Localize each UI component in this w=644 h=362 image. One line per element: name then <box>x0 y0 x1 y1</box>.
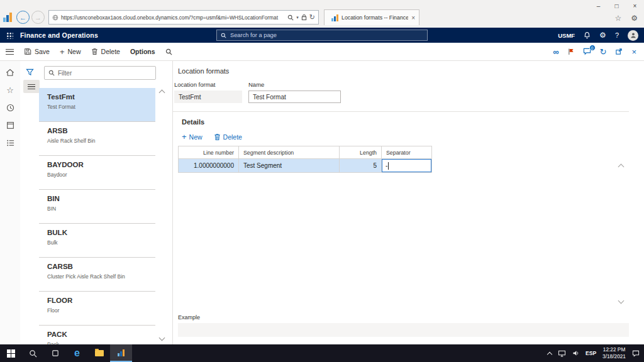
action-search-icon[interactable] <box>165 48 172 55</box>
details-new-button[interactable]: New <box>182 133 203 141</box>
topbar-right: USMF ? <box>558 28 638 43</box>
chevron-down-icon <box>618 298 625 304</box>
list-item-pack[interactable]: PACK Pack <box>39 326 155 344</box>
cell-line-number[interactable]: 1.0000000000 <box>178 159 239 173</box>
refresh-page-icon[interactable] <box>309 14 315 21</box>
task-view-button[interactable] <box>44 344 66 362</box>
system-tray: ESP 12:22 PM 3/18/2021 <box>548 344 644 362</box>
list-item-testfmt[interactable]: TestFmt Test Format <box>39 88 155 122</box>
address-bar[interactable]: https://usnconeboxax1aos.cloud.onebox.dy… <box>48 10 319 25</box>
page-search-input[interactable] <box>230 32 423 38</box>
list-scroll-up-button[interactable] <box>160 90 164 95</box>
date-text: 3/18/2021 <box>602 353 626 360</box>
favorites-icon[interactable] <box>6 86 14 94</box>
search-icon <box>29 349 37 358</box>
list-item-carsb[interactable]: CARSB Cluster Pick Aisle Rack Shelf Bin <box>39 258 155 292</box>
browser-chrome: – □ × ← → https://usnconeboxax1aos.cloud… <box>0 0 644 28</box>
dynamics-logo-icon <box>3 13 12 22</box>
cell-length[interactable]: 5 <box>340 159 382 173</box>
cell-separator: - <box>382 159 432 173</box>
list-scroll-down-button[interactable] <box>160 336 164 340</box>
file-explorer-button[interactable] <box>88 344 110 362</box>
user-avatar[interactable] <box>628 30 638 41</box>
topbar-left: Finance and Operations <box>0 28 98 43</box>
delete-button[interactable]: Delete <box>91 48 120 55</box>
save-floppy-icon <box>24 48 31 55</box>
speaker-icon[interactable] <box>572 350 579 356</box>
language-indicator[interactable]: ESP <box>586 350 596 356</box>
browser-nav-row: ← → https://usnconeboxax1aos.cloud.onebo… <box>0 9 644 25</box>
action-center-icon[interactable] <box>632 350 640 357</box>
settings-gear-icon[interactable] <box>599 31 606 40</box>
flag-icon[interactable] <box>568 48 574 55</box>
edge-icon <box>74 348 80 359</box>
back-button[interactable]: ← <box>16 11 30 24</box>
list-item-bulk[interactable]: BULK Bulk <box>39 224 155 258</box>
options-tab[interactable]: Options <box>130 48 155 55</box>
browser-app-button[interactable] <box>66 344 88 362</box>
column-header-line-number[interactable]: Line number <box>178 146 239 159</box>
search-icon[interactable] <box>287 14 294 21</box>
home-icon[interactable] <box>6 69 14 77</box>
example-label: Example <box>178 314 629 321</box>
separator-input[interactable]: - <box>382 159 431 172</box>
dynamics-app-button[interactable] <box>110 344 132 362</box>
name-input[interactable] <box>248 90 341 103</box>
chevron-up-icon <box>618 164 625 170</box>
main-content: Location formats Location format TestFmt… <box>173 61 644 344</box>
column-header-separator[interactable]: Separator <box>382 146 432 159</box>
search-icon <box>221 33 226 38</box>
favorites-star-icon[interactable] <box>614 14 621 22</box>
notifications-bell-icon[interactable] <box>584 31 591 39</box>
company-picker[interactable]: USMF <box>558 32 575 39</box>
filter-input[interactable] <box>58 70 152 77</box>
browser-tab[interactable]: Location formats -- Finance... × <box>324 9 419 25</box>
search-dropdown-icon[interactable] <box>296 15 299 19</box>
cell-segment-description[interactable]: Test Segment <box>239 159 340 173</box>
grid-scroll-up-button[interactable] <box>619 165 623 169</box>
column-header-length[interactable]: Length <box>340 146 382 159</box>
location-format-field-group: Location format TestFmt <box>174 81 242 103</box>
taskbar-search-button[interactable] <box>22 344 44 362</box>
list-item-floor[interactable]: FLOOR Floor <box>39 292 155 326</box>
filter-funnel-icon[interactable] <box>26 69 34 77</box>
column-header-segment-description[interactable]: Segment description <box>239 146 340 159</box>
attachments-icon[interactable] <box>553 47 558 57</box>
start-button[interactable] <box>0 344 22 362</box>
grid-scroll-down-button[interactable] <box>619 299 623 303</box>
nav-hamburger-icon[interactable] <box>6 49 14 55</box>
list-item-bin[interactable]: BIN BIN <box>39 190 155 224</box>
dynamics-top-bar: Finance and Operations USMF ? <box>0 28 644 43</box>
text-cursor <box>388 162 389 170</box>
new-button[interactable]: New <box>60 48 81 56</box>
action-pane-right: 0 × <box>553 47 644 57</box>
details-delete-button[interactable]: Delete <box>214 133 242 141</box>
page-search-box[interactable] <box>216 30 428 41</box>
segments-grid: Line number Segment description Length S… <box>178 146 629 173</box>
messages-icon[interactable]: 0 <box>583 48 591 55</box>
forms-icon[interactable] <box>6 121 14 129</box>
help-button[interactable]: ? <box>615 31 619 39</box>
list-view-toggle[interactable] <box>23 80 40 93</box>
app-launcher-waffle-icon[interactable] <box>6 32 13 39</box>
taskbar-clock[interactable]: 12:22 PM 3/18/2021 <box>602 346 626 360</box>
chevron-up-icon <box>159 90 165 96</box>
display-icon[interactable] <box>558 350 566 357</box>
save-button[interactable]: Save <box>24 48 50 55</box>
filter-box[interactable] <box>44 66 156 80</box>
time-text: 12:22 PM <box>602 346 626 353</box>
list-item-baydoor[interactable]: BAYDOOR Baydoor <box>39 156 155 190</box>
close-page-button[interactable]: × <box>631 48 636 56</box>
open-in-new-window-icon[interactable] <box>615 48 623 55</box>
name-label: Name <box>248 81 341 88</box>
refresh-icon[interactable] <box>600 47 607 57</box>
tools-gear-icon[interactable] <box>631 14 638 22</box>
forward-button[interactable]: → <box>31 11 45 24</box>
chevron-down-icon <box>159 335 165 341</box>
recent-clock-icon[interactable] <box>6 104 14 112</box>
workspaces-list-icon[interactable] <box>6 139 14 147</box>
grid-row: 1.0000000000 Test Segment 5 - <box>178 159 629 173</box>
list-item-arsb[interactable]: ARSB Aisle Rack Shelf Bin <box>39 122 155 156</box>
tray-expand-icon[interactable] <box>548 351 552 356</box>
tab-close-icon[interactable]: × <box>411 14 415 21</box>
